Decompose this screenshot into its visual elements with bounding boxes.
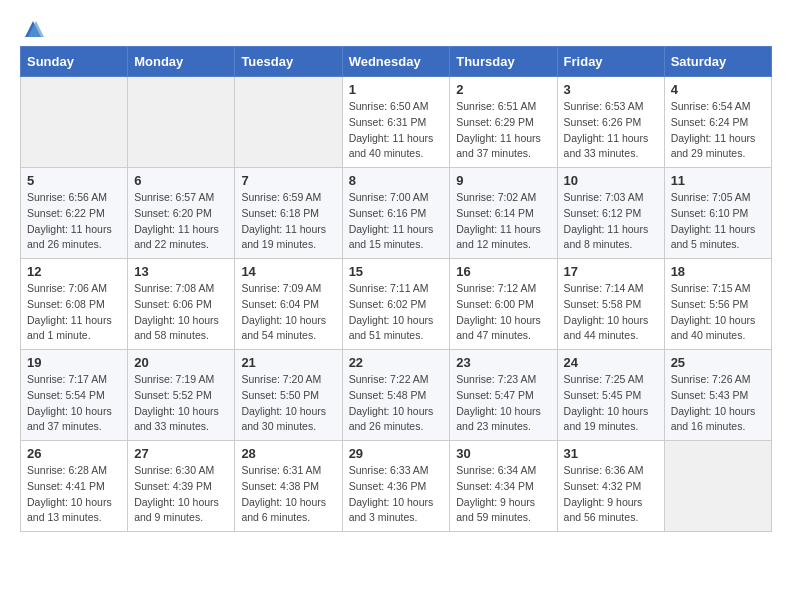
calendar-table: SundayMondayTuesdayWednesdayThursdayFrid… xyxy=(20,46,772,532)
day-info: Sunrise: 6:33 AMSunset: 4:36 PMDaylight:… xyxy=(349,463,444,526)
day-info: Sunrise: 7:20 AMSunset: 5:50 PMDaylight:… xyxy=(241,372,335,435)
weekday-header: Thursday xyxy=(450,47,557,77)
logo xyxy=(20,20,44,36)
calendar-cell: 24Sunrise: 7:25 AMSunset: 5:45 PMDayligh… xyxy=(557,350,664,441)
day-number: 16 xyxy=(456,264,550,279)
calendar-cell xyxy=(128,77,235,168)
day-number: 11 xyxy=(671,173,765,188)
day-number: 29 xyxy=(349,446,444,461)
page-header xyxy=(20,20,772,36)
calendar-cell: 29Sunrise: 6:33 AMSunset: 4:36 PMDayligh… xyxy=(342,441,450,532)
day-info: Sunrise: 7:05 AMSunset: 6:10 PMDaylight:… xyxy=(671,190,765,253)
day-info: Sunrise: 6:30 AMSunset: 4:39 PMDaylight:… xyxy=(134,463,228,526)
day-number: 21 xyxy=(241,355,335,370)
day-info: Sunrise: 6:36 AMSunset: 4:32 PMDaylight:… xyxy=(564,463,658,526)
calendar-cell: 30Sunrise: 6:34 AMSunset: 4:34 PMDayligh… xyxy=(450,441,557,532)
day-number: 15 xyxy=(349,264,444,279)
calendar-cell: 21Sunrise: 7:20 AMSunset: 5:50 PMDayligh… xyxy=(235,350,342,441)
calendar-cell: 13Sunrise: 7:08 AMSunset: 6:06 PMDayligh… xyxy=(128,259,235,350)
calendar-cell: 15Sunrise: 7:11 AMSunset: 6:02 PMDayligh… xyxy=(342,259,450,350)
day-info: Sunrise: 6:53 AMSunset: 6:26 PMDaylight:… xyxy=(564,99,658,162)
day-number: 8 xyxy=(349,173,444,188)
calendar-week-row: 5Sunrise: 6:56 AMSunset: 6:22 PMDaylight… xyxy=(21,168,772,259)
day-number: 9 xyxy=(456,173,550,188)
calendar-cell: 7Sunrise: 6:59 AMSunset: 6:18 PMDaylight… xyxy=(235,168,342,259)
day-number: 6 xyxy=(134,173,228,188)
calendar-cell: 1Sunrise: 6:50 AMSunset: 6:31 PMDaylight… xyxy=(342,77,450,168)
day-info: Sunrise: 7:11 AMSunset: 6:02 PMDaylight:… xyxy=(349,281,444,344)
day-number: 2 xyxy=(456,82,550,97)
day-info: Sunrise: 7:17 AMSunset: 5:54 PMDaylight:… xyxy=(27,372,121,435)
calendar-cell: 14Sunrise: 7:09 AMSunset: 6:04 PMDayligh… xyxy=(235,259,342,350)
day-number: 31 xyxy=(564,446,658,461)
day-info: Sunrise: 6:50 AMSunset: 6:31 PMDaylight:… xyxy=(349,99,444,162)
calendar-cell: 19Sunrise: 7:17 AMSunset: 5:54 PMDayligh… xyxy=(21,350,128,441)
day-number: 30 xyxy=(456,446,550,461)
day-info: Sunrise: 7:08 AMSunset: 6:06 PMDaylight:… xyxy=(134,281,228,344)
day-info: Sunrise: 7:12 AMSunset: 6:00 PMDaylight:… xyxy=(456,281,550,344)
calendar-week-row: 12Sunrise: 7:06 AMSunset: 6:08 PMDayligh… xyxy=(21,259,772,350)
calendar-cell: 28Sunrise: 6:31 AMSunset: 4:38 PMDayligh… xyxy=(235,441,342,532)
day-info: Sunrise: 6:57 AMSunset: 6:20 PMDaylight:… xyxy=(134,190,228,253)
calendar-cell: 16Sunrise: 7:12 AMSunset: 6:00 PMDayligh… xyxy=(450,259,557,350)
calendar-cell: 22Sunrise: 7:22 AMSunset: 5:48 PMDayligh… xyxy=(342,350,450,441)
calendar-cell xyxy=(235,77,342,168)
calendar-cell: 4Sunrise: 6:54 AMSunset: 6:24 PMDaylight… xyxy=(664,77,771,168)
calendar-week-row: 26Sunrise: 6:28 AMSunset: 4:41 PMDayligh… xyxy=(21,441,772,532)
weekday-header: Friday xyxy=(557,47,664,77)
calendar-cell: 5Sunrise: 6:56 AMSunset: 6:22 PMDaylight… xyxy=(21,168,128,259)
weekday-header: Monday xyxy=(128,47,235,77)
day-info: Sunrise: 7:25 AMSunset: 5:45 PMDaylight:… xyxy=(564,372,658,435)
day-number: 18 xyxy=(671,264,765,279)
calendar-cell: 9Sunrise: 7:02 AMSunset: 6:14 PMDaylight… xyxy=(450,168,557,259)
calendar-cell: 23Sunrise: 7:23 AMSunset: 5:47 PMDayligh… xyxy=(450,350,557,441)
day-number: 23 xyxy=(456,355,550,370)
day-number: 7 xyxy=(241,173,335,188)
weekday-header: Tuesday xyxy=(235,47,342,77)
calendar-cell xyxy=(21,77,128,168)
day-info: Sunrise: 7:00 AMSunset: 6:16 PMDaylight:… xyxy=(349,190,444,253)
day-info: Sunrise: 7:19 AMSunset: 5:52 PMDaylight:… xyxy=(134,372,228,435)
calendar-week-row: 1Sunrise: 6:50 AMSunset: 6:31 PMDaylight… xyxy=(21,77,772,168)
day-number: 17 xyxy=(564,264,658,279)
weekday-header: Sunday xyxy=(21,47,128,77)
calendar-cell: 12Sunrise: 7:06 AMSunset: 6:08 PMDayligh… xyxy=(21,259,128,350)
day-number: 25 xyxy=(671,355,765,370)
day-info: Sunrise: 6:56 AMSunset: 6:22 PMDaylight:… xyxy=(27,190,121,253)
calendar-cell: 17Sunrise: 7:14 AMSunset: 5:58 PMDayligh… xyxy=(557,259,664,350)
calendar-week-row: 19Sunrise: 7:17 AMSunset: 5:54 PMDayligh… xyxy=(21,350,772,441)
day-info: Sunrise: 6:31 AMSunset: 4:38 PMDaylight:… xyxy=(241,463,335,526)
day-info: Sunrise: 7:09 AMSunset: 6:04 PMDaylight:… xyxy=(241,281,335,344)
day-info: Sunrise: 7:26 AMSunset: 5:43 PMDaylight:… xyxy=(671,372,765,435)
day-info: Sunrise: 6:51 AMSunset: 6:29 PMDaylight:… xyxy=(456,99,550,162)
day-info: Sunrise: 7:06 AMSunset: 6:08 PMDaylight:… xyxy=(27,281,121,344)
day-number: 3 xyxy=(564,82,658,97)
day-info: Sunrise: 7:03 AMSunset: 6:12 PMDaylight:… xyxy=(564,190,658,253)
day-number: 19 xyxy=(27,355,121,370)
calendar-cell: 25Sunrise: 7:26 AMSunset: 5:43 PMDayligh… xyxy=(664,350,771,441)
day-number: 28 xyxy=(241,446,335,461)
day-info: Sunrise: 6:59 AMSunset: 6:18 PMDaylight:… xyxy=(241,190,335,253)
calendar-cell: 26Sunrise: 6:28 AMSunset: 4:41 PMDayligh… xyxy=(21,441,128,532)
day-number: 26 xyxy=(27,446,121,461)
day-info: Sunrise: 7:22 AMSunset: 5:48 PMDaylight:… xyxy=(349,372,444,435)
day-number: 22 xyxy=(349,355,444,370)
weekday-header: Wednesday xyxy=(342,47,450,77)
day-info: Sunrise: 7:14 AMSunset: 5:58 PMDaylight:… xyxy=(564,281,658,344)
day-number: 12 xyxy=(27,264,121,279)
day-number: 27 xyxy=(134,446,228,461)
day-number: 13 xyxy=(134,264,228,279)
weekday-header: Saturday xyxy=(664,47,771,77)
day-number: 20 xyxy=(134,355,228,370)
day-number: 24 xyxy=(564,355,658,370)
calendar-cell: 31Sunrise: 6:36 AMSunset: 4:32 PMDayligh… xyxy=(557,441,664,532)
day-number: 1 xyxy=(349,82,444,97)
day-info: Sunrise: 6:54 AMSunset: 6:24 PMDaylight:… xyxy=(671,99,765,162)
calendar-cell: 11Sunrise: 7:05 AMSunset: 6:10 PMDayligh… xyxy=(664,168,771,259)
logo-icon xyxy=(22,18,44,40)
day-number: 4 xyxy=(671,82,765,97)
day-number: 5 xyxy=(27,173,121,188)
calendar-cell: 2Sunrise: 6:51 AMSunset: 6:29 PMDaylight… xyxy=(450,77,557,168)
calendar-cell: 6Sunrise: 6:57 AMSunset: 6:20 PMDaylight… xyxy=(128,168,235,259)
calendar-cell: 27Sunrise: 6:30 AMSunset: 4:39 PMDayligh… xyxy=(128,441,235,532)
